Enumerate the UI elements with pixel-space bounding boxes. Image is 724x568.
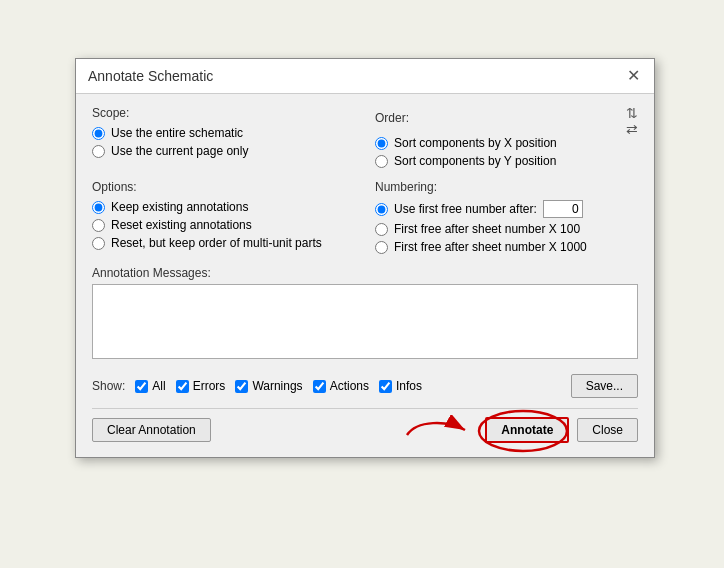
show-warnings-checkbox[interactable] <box>235 380 248 393</box>
options-section: Options: Keep existing annotations Reset… <box>92 180 355 254</box>
order-section: Order: ⇅ ⇄ Sort components by X position… <box>375 106 638 168</box>
arrow-decoration <box>397 415 477 445</box>
numbering-sheet-100-label: First free after sheet number X 100 <box>394 222 580 236</box>
scope-entire-label: Use the entire schematic <box>111 126 243 140</box>
options-reset-multi-option[interactable]: Reset, but keep order of multi-unit part… <box>92 236 355 250</box>
show-actions-option[interactable]: Actions <box>313 379 369 393</box>
dialog-titlebar: Annotate Schematic ✕ <box>76 59 654 94</box>
numbering-sheet-1000-option[interactable]: First free after sheet number X 1000 <box>375 240 638 254</box>
show-warnings-option[interactable]: Warnings <box>235 379 302 393</box>
show-errors-label: Errors <box>193 379 226 393</box>
annotate-wrapper: Annotate <box>485 417 569 443</box>
show-bar: Show: All Errors Warnings Actions Infos <box>92 374 638 398</box>
show-errors-checkbox[interactable] <box>176 380 189 393</box>
show-label: Show: <box>92 379 125 393</box>
show-infos-label: Infos <box>396 379 422 393</box>
dialog-title: Annotate Schematic <box>88 68 213 84</box>
numbering-section: Numbering: Use first free number after: … <box>375 180 638 254</box>
options-radio-group: Keep existing annotations Reset existing… <box>92 200 355 250</box>
scope-order-row: Scope: Use the entire schematic Use the … <box>92 106 638 168</box>
first-free-number-input[interactable] <box>543 200 583 218</box>
scope-entire-radio[interactable] <box>92 127 105 140</box>
order-y-radio[interactable] <box>375 155 388 168</box>
scope-radio-group: Use the entire schematic Use the current… <box>92 126 355 158</box>
options-keep-option[interactable]: Keep existing annotations <box>92 200 355 214</box>
order-x-radio[interactable] <box>375 137 388 150</box>
scope-label: Scope: <box>92 106 355 120</box>
clear-annotation-button[interactable]: Clear Annotation <box>92 418 211 442</box>
options-reset-radio[interactable] <box>92 219 105 232</box>
numbering-label: Numbering: <box>375 180 638 194</box>
scope-current-radio[interactable] <box>92 145 105 158</box>
save-button[interactable]: Save... <box>571 374 638 398</box>
options-keep-radio[interactable] <box>92 201 105 214</box>
numbering-sheet-1000-radio[interactable] <box>375 241 388 254</box>
scope-entire-option[interactable]: Use the entire schematic <box>92 126 355 140</box>
numbering-sheet-100-radio[interactable] <box>375 223 388 236</box>
scope-section: Scope: Use the entire schematic Use the … <box>92 106 355 168</box>
sort-y-icon: ⇄ <box>626 122 638 136</box>
annotation-messages-label: Annotation Messages: <box>92 266 638 280</box>
numbering-first-free-option[interactable]: Use first free number after: <box>375 200 638 218</box>
show-all-label: All <box>152 379 165 393</box>
show-all-checkbox[interactable] <box>135 380 148 393</box>
options-reset-multi-label: Reset, but keep order of multi-unit part… <box>111 236 322 250</box>
options-reset-multi-radio[interactable] <box>92 237 105 250</box>
annotate-schematic-dialog: Annotate Schematic ✕ Scope: Use the enti… <box>75 58 655 458</box>
order-x-label: Sort components by X position <box>394 136 557 150</box>
show-actions-label: Actions <box>330 379 369 393</box>
order-x-option[interactable]: Sort components by X position <box>375 136 638 150</box>
order-y-label: Sort components by Y position <box>394 154 556 168</box>
buttons-row: Clear Annotation Annotate Close <box>92 408 638 445</box>
order-radio-group: Sort components by X position Sort compo… <box>375 136 638 168</box>
show-infos-option[interactable]: Infos <box>379 379 422 393</box>
show-actions-checkbox[interactable] <box>313 380 326 393</box>
annotate-button[interactable]: Annotate <box>485 417 569 443</box>
order-header-row: Order: ⇅ ⇄ <box>375 106 638 136</box>
order-label: Order: <box>375 111 409 125</box>
scope-current-option[interactable]: Use the current page only <box>92 144 355 158</box>
numbering-sheet-1000-label: First free after sheet number X 1000 <box>394 240 587 254</box>
numbering-first-free-label: Use first free number after: <box>394 202 537 216</box>
options-reset-option[interactable]: Reset existing annotations <box>92 218 355 232</box>
numbering-sheet-100-option[interactable]: First free after sheet number X 100 <box>375 222 638 236</box>
annotation-messages-textarea[interactable] <box>92 284 638 359</box>
dialog-body: Scope: Use the entire schematic Use the … <box>76 94 654 457</box>
order-y-option[interactable]: Sort components by Y position <box>375 154 638 168</box>
options-keep-label: Keep existing annotations <box>111 200 248 214</box>
sort-x-icon: ⇅ <box>626 106 638 120</box>
numbering-first-free-radio[interactable] <box>375 203 388 216</box>
dialog-close-button[interactable]: ✕ <box>624 67 642 85</box>
options-reset-label: Reset existing annotations <box>111 218 252 232</box>
show-infos-checkbox[interactable] <box>379 380 392 393</box>
close-button[interactable]: Close <box>577 418 638 442</box>
options-label: Options: <box>92 180 355 194</box>
show-errors-option[interactable]: Errors <box>176 379 226 393</box>
annotation-messages-section: Annotation Messages: <box>92 266 638 362</box>
options-numbering-row: Options: Keep existing annotations Reset… <box>92 180 638 254</box>
numbering-radio-group: Use first free number after: First free … <box>375 200 638 254</box>
show-all-option[interactable]: All <box>135 379 165 393</box>
show-warnings-label: Warnings <box>252 379 302 393</box>
scope-current-label: Use the current page only <box>111 144 248 158</box>
